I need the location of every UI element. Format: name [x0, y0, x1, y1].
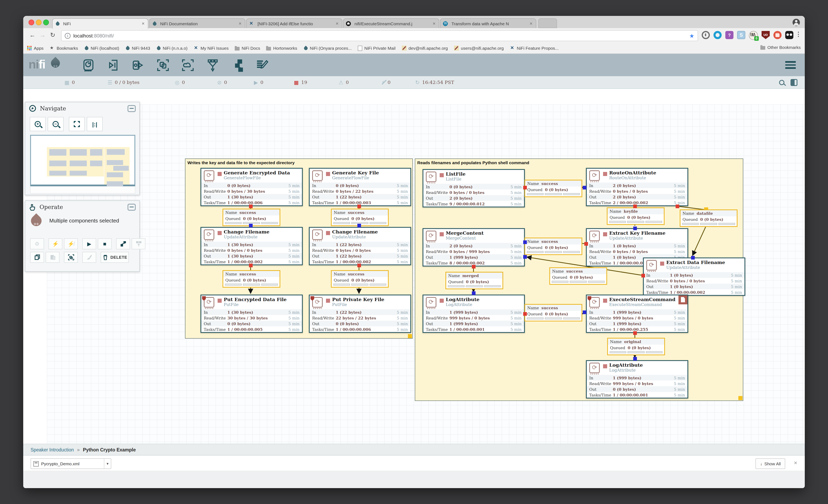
stat-row: In0 (0 bytes)5 min — [423, 184, 524, 190]
processor-route-on-attr[interactable]: ⟳RouteOnAttributeRouteOnAttributeIn2 (0 … — [586, 168, 688, 206]
connection-c5-success[interactable]: NamesuccessQueued0 (0 bytes) — [525, 180, 582, 197]
stat-row: Read/Write0 bytes / 30 bytes5 min — [201, 188, 302, 194]
processor-change-filename-1[interactable]: ⟳Change FilenameUpdateAttributeIn1 (30 b… — [201, 227, 303, 265]
queue-progress-bars — [525, 251, 581, 254]
processor-name: Put Encrypted Data File — [224, 295, 302, 302]
paste-button[interactable] — [46, 252, 59, 263]
connection-name-row: Namesuccess — [332, 209, 388, 215]
connection-c3-success[interactable]: NamesuccessQueued0 (0 bytes) — [222, 270, 280, 288]
stopped-indicator — [326, 172, 330, 176]
stat-row: In0 (0 bytes)5 min — [201, 182, 302, 188]
processor-put-enc-data[interactable]: ⟳Put Encrypted Data FilePutFileIn1 (30 b… — [201, 295, 303, 333]
stopped-indicator — [440, 232, 444, 236]
processor-name: ExecuteStreamCommand — [609, 295, 688, 302]
processor-icon: ⟳ — [589, 230, 600, 241]
stat-row: Read/Write0 bytes / 0 bytes5 min — [587, 249, 688, 254]
blue-port — [633, 357, 637, 361]
processor-header: ⟳Put Private Key FilePutFile — [310, 295, 410, 309]
configure-button[interactable]: ⚙ — [30, 238, 44, 249]
operate-title: Operate — [40, 204, 63, 210]
processor-icon: ⟳ — [646, 260, 657, 270]
connection-c6-keyfile[interactable]: NamekeyfileQueued0 (0 bytes) — [607, 207, 665, 225]
processor-header: ⟳LogAttributeLogAttribute — [423, 295, 524, 309]
start-button[interactable]: ▶ — [82, 238, 96, 249]
stat-row: In2 (0 bytes)5 min — [587, 182, 688, 188]
red-port — [523, 312, 527, 316]
stop-button[interactable]: ■ — [98, 238, 112, 249]
connection-c4-success[interactable]: NamesuccessQueued0 (0 bytes) — [331, 270, 389, 288]
processor-type: GenerateFlowFile — [332, 176, 410, 180]
processor-exec-stream[interactable]: ⟳ExecuteStreamCommandExecuteStreamComman… — [586, 295, 688, 333]
queue-progress-bars — [608, 351, 664, 354]
processor-change-filename-2[interactable]: ⟳Change FilenameUpdateAttributeIn1 (22 b… — [309, 227, 411, 265]
stat-row: Read/Write0 bytes / 0 bytes5 min — [644, 278, 744, 284]
stat-row: Tasks/Time1 / 00:00:00.0015 min — [587, 392, 688, 398]
delete-button[interactable]: DELETE — [101, 252, 129, 263]
processor-gen-key-file[interactable]: ⟳Generate Key FileGenerateFlowFileIn0 (0… — [309, 168, 411, 206]
connection-queued-row: Queued0 (0 bytes) — [525, 311, 581, 317]
processor-type: GenerateFlowFile — [224, 176, 302, 180]
stat-row: In1 (0 bytes)5 min — [587, 243, 688, 249]
screenshot-stage: NiFi✕NiFi Documentation✕[NIFI-3206] Add … — [0, 0, 828, 504]
processor-icon: ⟳ — [312, 229, 323, 240]
connection-c8-success[interactable]: NamesuccessQueued0 (0 bytes) — [525, 238, 582, 255]
zoom-fit-button[interactable] — [69, 117, 85, 131]
processor-icon: ⟳ — [426, 230, 437, 241]
minimap-processor — [113, 166, 129, 171]
queue-progress-bars — [525, 317, 581, 321]
enable-button[interactable]: ⚡ — [48, 238, 63, 249]
stat-row: Out0 (0 bytes)5 min — [587, 386, 688, 392]
red-port — [357, 205, 361, 208]
queue-progress-bars — [525, 193, 581, 196]
copy-button[interactable] — [30, 252, 44, 263]
stopped-indicator — [603, 364, 607, 368]
red-port — [249, 264, 253, 267]
processor-type: ExecuteStreamCommand — [609, 302, 688, 307]
processor-merge-content[interactable]: ⟳MergeContentMergeContentIn2 (0 bytes)5 … — [422, 228, 525, 266]
processor-icon: ⟳ — [589, 170, 600, 181]
stat-row: Read/Write22 bytes / 22 bytes5 min — [310, 315, 410, 321]
connection-c11-success[interactable]: NamesuccessQueued0 (0 bytes) — [525, 304, 582, 322]
disable-button[interactable]: ⚡̸ — [64, 238, 78, 249]
processor-log-attr-1[interactable]: ⟳LogAttributeLogAttributeIn1 (999 bytes)… — [422, 295, 525, 333]
connection-c12-original[interactable]: NameoriginalQueued0 (0 bytes) — [607, 338, 665, 355]
zoom-in-button[interactable]: + — [30, 117, 46, 131]
collapse-icon[interactable] — [128, 204, 136, 210]
stopped-indicator — [218, 172, 222, 176]
group-button[interactable] — [64, 252, 78, 263]
red-port — [584, 242, 588, 246]
stat-row: In1 (22 bytes)5 min — [310, 309, 410, 315]
stopped-indicator — [660, 261, 664, 266]
stat-row: Read/Write0 bytes / 999 bytes5 min — [423, 249, 524, 254]
minimap-processor — [107, 181, 123, 186]
processor-gen-enc-data[interactable]: ⟳Generate Encrypted DataGenerateFlowFile… — [201, 168, 303, 206]
processor-header: ⟳RouteOnAttributeRouteOnAttribute — [587, 169, 688, 182]
color-button[interactable] — [82, 252, 96, 263]
stat-row: Tasks/Time1 / 00:00:00.2555 min — [587, 326, 688, 332]
connection-c9-success[interactable]: NamesuccessQueued0 (0 bytes) — [549, 267, 607, 285]
processor-icon: ⟳ — [312, 170, 323, 181]
minimap[interactable] — [30, 135, 135, 186]
processor-icon: ⟳ — [204, 229, 214, 240]
collapse-icon[interactable] — [128, 105, 136, 112]
minimap-processor — [90, 161, 102, 166]
stopped-indicator — [603, 232, 607, 236]
stopped-indicator — [218, 299, 222, 303]
processor-listfile[interactable]: ⟳ListFileListFileIn0 (0 bytes)5 minRead/… — [422, 169, 525, 207]
connection-c10-merged[interactable]: NamemergedQueued0 (0 bytes) — [445, 272, 503, 289]
stat-row: Read/Write0 bytes / 0 bytes5 min — [423, 190, 524, 195]
processor-name: Generate Key File — [332, 169, 410, 176]
zoom-actual-button[interactable]: |:| — [87, 117, 103, 131]
upload-template-button[interactable] — [132, 238, 146, 249]
minimap-processor — [70, 161, 87, 166]
red-port — [472, 265, 475, 268]
processor-icon: ⟳ — [204, 170, 214, 181]
processor-log-attr-2[interactable]: ⟳LogAttributeLogAttributeIn1 (999 bytes)… — [586, 360, 688, 398]
connection-name-row: Namekeyfile — [608, 208, 664, 214]
create-template-button[interactable] — [116, 238, 130, 249]
zoom-out-button[interactable]: − — [48, 117, 64, 131]
processor-header: ⟳Extract Data FilenameUpdateAttribute — [644, 258, 744, 272]
connection-c7-datafile[interactable]: NamedatafileQueued0 (0 bytes) — [680, 209, 738, 227]
processor-put-priv-key[interactable]: ⟳Put Private Key FilePutFileIn1 (22 byte… — [309, 295, 411, 333]
processor-extract-data[interactable]: ⟳Extract Data FilenameUpdateAttributeIn1… — [643, 257, 745, 296]
